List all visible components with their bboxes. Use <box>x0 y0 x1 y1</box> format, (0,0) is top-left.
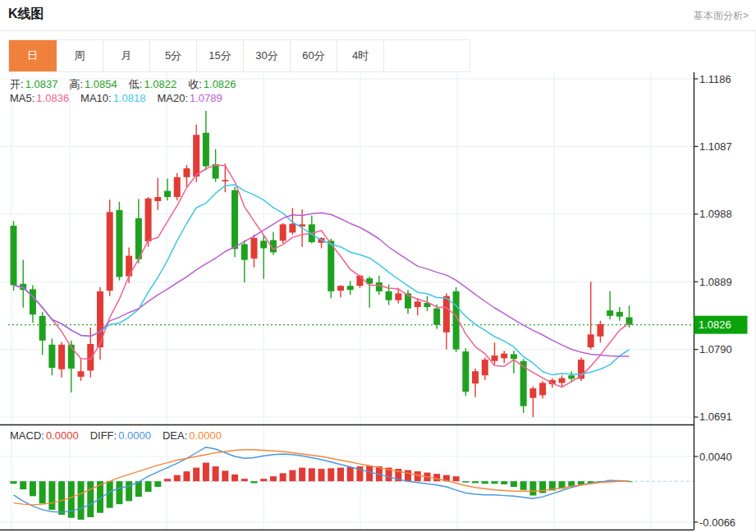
candle-body <box>30 289 36 314</box>
macd-bar <box>48 481 55 510</box>
macd-bar <box>203 463 209 482</box>
ma20-line <box>14 213 630 356</box>
ma10-label: MA10: <box>80 92 112 104</box>
macd-bar <box>501 481 507 484</box>
macd-bar <box>116 481 122 504</box>
ma5-label: MA5: <box>10 92 34 104</box>
tab-day[interactable]: 日 <box>9 40 57 71</box>
macd-bar <box>366 466 373 481</box>
ma10-value: 1.0818 <box>113 92 146 104</box>
macd-bar <box>154 481 161 487</box>
tab-5min[interactable]: 5分 <box>150 40 197 71</box>
macd-bar <box>415 471 421 481</box>
y-axis-label: 1.0988 <box>699 208 732 220</box>
candle-body <box>376 282 383 291</box>
timeframe-tabbar: 日周月5分15分30分60分4时 <box>8 39 470 72</box>
current-price-badge-label: 1.0826 <box>699 319 731 331</box>
candle-body <box>154 197 161 201</box>
dea-value: 0.0000 <box>189 429 222 442</box>
macd-bar <box>193 468 199 482</box>
candle-body <box>48 345 55 368</box>
macd-bar <box>174 475 181 482</box>
candle-body <box>568 375 575 378</box>
candle-body <box>183 168 190 177</box>
y-axis-label: 1.1186 <box>699 73 731 85</box>
macd-bar <box>241 479 248 481</box>
macd-bar <box>231 475 238 481</box>
candle-body <box>222 180 228 181</box>
candle-body <box>616 312 623 317</box>
macd-bar <box>482 481 488 484</box>
candle-body <box>58 345 65 369</box>
close-value: 1.0826 <box>204 78 236 90</box>
macd-bar <box>492 481 498 484</box>
ma20-label: MA20: <box>157 92 188 104</box>
y-axis-label: 1.0889 <box>699 276 732 288</box>
tab-month[interactable]: 月 <box>103 40 150 71</box>
macd-bar <box>58 481 65 515</box>
macd-bar <box>289 470 296 482</box>
macd-bar <box>183 471 190 481</box>
candle-body <box>241 244 248 259</box>
macd-bar <box>11 481 17 484</box>
high-label: 高: <box>69 78 83 90</box>
macd-bar <box>20 481 26 489</box>
candle-body <box>559 378 566 383</box>
ma5-value: 1.0836 <box>36 92 69 104</box>
macd-bar <box>529 481 536 495</box>
macd-bar <box>520 481 527 490</box>
candle-body <box>386 291 392 300</box>
candle-body <box>395 293 401 300</box>
candle-body <box>501 354 507 359</box>
macd-bar <box>511 481 517 487</box>
candle-body <box>116 210 122 277</box>
macd-bar <box>126 481 132 501</box>
high-value: 1.0854 <box>85 78 117 90</box>
macd-bar <box>270 476 277 481</box>
candle-body <box>597 324 603 337</box>
macd-bar <box>145 481 152 492</box>
candle-body <box>193 135 199 177</box>
diff-value: 0.0000 <box>118 429 151 442</box>
macd-axis-label: -0.0066 <box>699 516 735 529</box>
tab-15min[interactable]: 15分 <box>197 40 244 71</box>
macd-bar <box>462 481 469 483</box>
macd-bar <box>39 481 46 503</box>
candle-body <box>588 334 594 347</box>
candle-body <box>39 316 46 341</box>
macd-bar <box>328 468 334 481</box>
low-label: 低: <box>129 78 143 90</box>
tab-4hour[interactable]: 4时 <box>337 40 384 71</box>
open-value: 1.0837 <box>25 78 58 90</box>
candle-body <box>328 241 334 291</box>
candle-body <box>164 191 171 197</box>
low-value: 1.0822 <box>144 78 176 90</box>
ma-legend: MA5:1.0836MA10:1.0818MA20:1.0789 <box>10 92 234 104</box>
macd-bar <box>107 481 113 507</box>
candle-body <box>107 212 113 291</box>
tab-60min[interactable]: 60分 <box>291 40 337 71</box>
candle-body <box>607 310 613 316</box>
macd-bar <box>213 466 219 481</box>
macd-value: 0.0000 <box>46 429 79 442</box>
tab-week[interactable]: 周 <box>57 40 103 71</box>
macd-bar <box>453 476 460 481</box>
candle-body <box>511 354 517 359</box>
macd-bar <box>164 479 171 481</box>
candle-body <box>433 309 440 325</box>
candle-body <box>126 256 132 277</box>
candle-body <box>492 355 498 361</box>
tab-30min[interactable]: 30分 <box>244 40 291 71</box>
macd-bar <box>135 481 142 497</box>
candle-body <box>472 371 479 383</box>
candle-body <box>260 241 267 248</box>
candle-body <box>356 276 363 286</box>
macd-bar <box>68 481 75 518</box>
candle-body <box>462 351 469 392</box>
macd-bar <box>405 470 411 482</box>
ma20-value: 1.0789 <box>190 92 222 104</box>
candle-body <box>337 286 344 291</box>
y-axis-label: 1.1087 <box>699 140 732 153</box>
macd-bar <box>30 481 36 496</box>
candle-body <box>87 344 94 370</box>
